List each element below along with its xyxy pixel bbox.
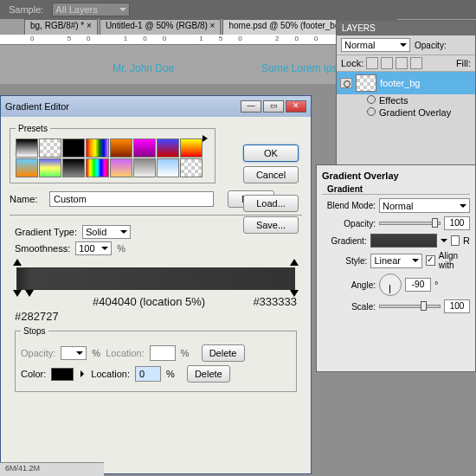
gradient-label: Gradient:: [322, 236, 367, 246]
gradient-name-input[interactable]: [49, 191, 214, 207]
angle-dial[interactable]: [379, 273, 402, 296]
status-bar: 6M/41.2M: [0, 462, 104, 476]
align-checkbox[interactable]: [426, 255, 434, 266]
cancel-button[interactable]: Cancel: [243, 166, 299, 183]
fx-icon: [367, 95, 376, 104]
layer-name: footer_bg: [380, 78, 420, 88]
ok-button[interactable]: OK: [243, 145, 299, 162]
load-button[interactable]: Load...: [243, 195, 299, 212]
stop-location-input[interactable]: [150, 345, 176, 361]
preset-swatch[interactable]: [16, 138, 38, 158]
dialog-title: Gradient Editor: [5, 101, 69, 112]
lock-row: Lock: Fill:: [337, 55, 475, 72]
preset-swatch[interactable]: [133, 138, 156, 158]
color-stop-left[interactable]: [13, 290, 22, 299]
layer-effect-gradient-overlay[interactable]: Gradient Overlay: [337, 106, 475, 119]
smoothness-input[interactable]: 100: [75, 241, 112, 255]
opacity-value[interactable]: 100: [444, 216, 470, 230]
preset-swatch[interactable]: [86, 158, 108, 177]
lock-position-icon[interactable]: [396, 57, 408, 69]
preset-swatch[interactable]: [16, 158, 38, 177]
gradient-editor-dialog: Gradient Editor — ▭ ✕ OK Cancel Load... …: [0, 95, 312, 474]
lock-transparency-icon[interactable]: [366, 57, 378, 69]
chevron-down-icon[interactable]: [441, 239, 447, 242]
gradient-type-label: Gradient Type:: [15, 227, 77, 237]
preset-swatch[interactable]: [62, 138, 85, 158]
section-heading: Gradient: [322, 184, 470, 195]
angle-label: Angle:: [322, 280, 376, 290]
style-label: Style:: [322, 256, 367, 266]
annotation-left: #282727: [15, 310, 297, 323]
delete-color-stop-button[interactable]: Delete: [187, 365, 230, 383]
opacity-label: Opacity:: [322, 219, 376, 228]
visibility-icon[interactable]: [340, 78, 352, 88]
style-dropdown[interactable]: Linear: [370, 254, 422, 268]
smoothness-label: Smoothness:: [15, 243, 70, 254]
doc-tab[interactable]: Untitled-1 @ 50% (RGB/8) ×: [100, 19, 222, 35]
stop-opacity-label: Opacity:: [21, 348, 55, 358]
layer-effects-row[interactable]: Effects: [337, 94, 475, 106]
reverse-checkbox[interactable]: [451, 235, 460, 246]
maximize-button[interactable]: ▭: [263, 100, 284, 113]
stop-opacity-input[interactable]: [61, 346, 87, 360]
close-button[interactable]: ✕: [286, 100, 306, 113]
preset-swatch[interactable]: [157, 158, 179, 177]
opacity-label: Opacity:: [415, 41, 447, 50]
app-options-bar: Sample: All Layers: [0, 0, 476, 19]
preset-swatch[interactable]: [110, 158, 132, 177]
stop-color-label: Color:: [21, 369, 46, 379]
blend-mode-dropdown[interactable]: Normal: [341, 38, 410, 52]
blend-mode-label: Blend Mode:: [322, 201, 376, 210]
sample-dropdown[interactable]: All Layers: [52, 3, 130, 16]
color-stop-5pct[interactable]: [25, 290, 34, 299]
presets-menu-icon[interactable]: [203, 135, 208, 142]
name-label: Name:: [10, 194, 44, 204]
lock-pixels-icon[interactable]: [381, 57, 393, 69]
preset-swatch[interactable]: [110, 138, 132, 158]
presets-heading: Presets: [16, 124, 50, 133]
stop-location-label: Location:: [91, 369, 130, 379]
gradient-swatch[interactable]: [370, 234, 437, 248]
preset-swatch[interactable]: [180, 158, 203, 177]
stops-heading: Stops: [21, 326, 48, 336]
stop-location-label: Location:: [106, 348, 145, 358]
preset-swatch[interactable]: [39, 138, 61, 158]
delete-opacity-stop-button[interactable]: Delete: [202, 344, 245, 362]
blend-mode-dropdown[interactable]: Normal: [379, 198, 470, 213]
sample-label: Sample:: [9, 4, 43, 15]
panel-title: Gradient Overlay: [322, 170, 470, 181]
fx-icon: [367, 107, 376, 116]
minimize-button[interactable]: —: [241, 100, 261, 113]
gradient-overlay-panel: Gradient Overlay Gradient Blend Mode: No…: [316, 164, 476, 372]
preset-swatch[interactable]: [180, 138, 203, 158]
gradient-type-dropdown[interactable]: Solid: [82, 225, 131, 239]
preset-swatch[interactable]: [62, 158, 85, 177]
scale-value[interactable]: 100: [444, 299, 470, 313]
dialog-titlebar[interactable]: Gradient Editor — ▭ ✕: [1, 96, 311, 117]
preset-grid: [16, 138, 203, 177]
layer-thumbnail[interactable]: [356, 74, 376, 92]
color-swatch[interactable]: [51, 368, 74, 381]
preset-swatch[interactable]: [157, 138, 179, 158]
layer-row-selected[interactable]: footer_bg: [337, 72, 475, 94]
preset-swatch[interactable]: [39, 158, 61, 177]
scale-slider[interactable]: [379, 305, 441, 308]
lock-all-icon[interactable]: [410, 57, 422, 69]
opacity-slider[interactable]: [379, 222, 441, 225]
canvas-text: Mr. John Doe: [113, 62, 174, 74]
color-location-input[interactable]: [135, 366, 161, 382]
doc-tab[interactable]: bg, RGB/8#) * ×: [24, 19, 98, 35]
layers-panel-title: LAYERS: [337, 21, 475, 35]
annotation-middle: #404040 (location 5%): [93, 295, 375, 308]
chevron-right-icon[interactable]: [80, 370, 84, 377]
angle-value[interactable]: -90: [405, 278, 431, 292]
gradient-bar[interactable]: [16, 267, 295, 290]
preset-swatch[interactable]: [133, 158, 156, 177]
preset-swatch[interactable]: [86, 138, 108, 158]
